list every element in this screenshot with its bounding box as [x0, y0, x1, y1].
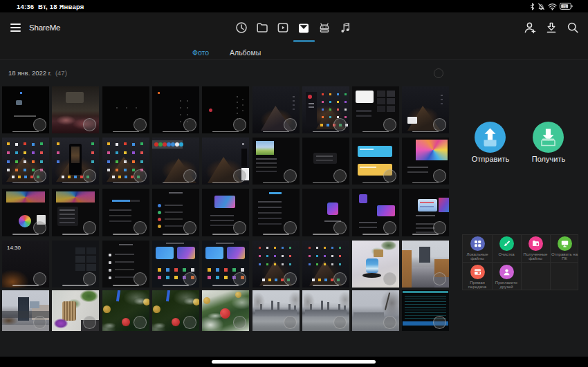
svg-text:71: 71	[563, 5, 567, 8]
